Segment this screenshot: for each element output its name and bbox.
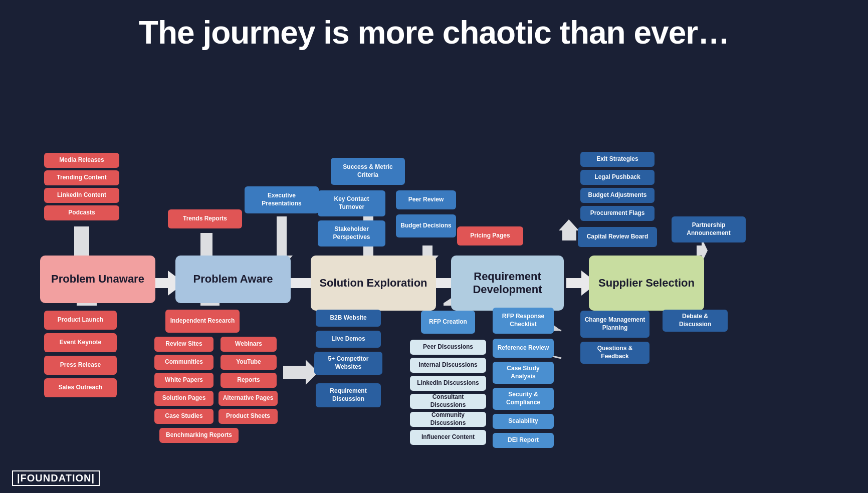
svg-marker-14 xyxy=(559,219,579,240)
card-key-contact: Key Contact Turnover xyxy=(318,190,385,216)
card-scalability: Scalability xyxy=(493,414,554,429)
card-independent-research: Independent Research xyxy=(165,310,240,333)
card-trending-content: Trending Content xyxy=(44,170,119,185)
card-influencer-content: Influencer Content xyxy=(410,430,486,445)
card-community-discussions: Community Discussions xyxy=(410,412,486,427)
card-solution-pages: Solution Pages xyxy=(154,391,213,406)
card-media-releases: Media Releases xyxy=(44,153,119,168)
card-budget-decisions: Budget Decisions xyxy=(396,214,456,237)
stage-requirement-development: Requirement Development xyxy=(451,256,564,311)
stage-problem-unaware: Problem Unaware xyxy=(40,256,155,303)
card-dei-report: DEI Report xyxy=(493,433,554,448)
stage-solution-exploration: Solution Exploration xyxy=(311,256,436,311)
card-debate-discussion: Debate & Discussion xyxy=(663,310,728,332)
card-success-metric: Success & Metric Criteria xyxy=(331,158,405,185)
card-consultant-discussions: Consultant Discussions xyxy=(410,394,486,409)
card-live-demos: Live Demos xyxy=(316,331,381,348)
card-youtube: YouTube xyxy=(221,355,277,370)
card-reports: Reports xyxy=(221,373,277,388)
card-alternative-pages: Alternative Pages xyxy=(219,391,278,406)
card-reference-review: Reference Review xyxy=(493,339,554,358)
card-budget-adjustments: Budget Adjustments xyxy=(580,188,655,203)
card-product-launch: Product Launch xyxy=(44,311,117,330)
card-review-sites: Review Sites xyxy=(154,337,213,352)
card-sales-outreach: Sales Outreach xyxy=(44,378,117,397)
card-podcasts: Podcasts xyxy=(44,205,119,220)
title: The journey is more chaotic than ever… xyxy=(0,0,868,60)
card-exit-strategies: Exit Strategies xyxy=(580,152,655,167)
card-questions-feedback: Questions & Feedback xyxy=(580,342,649,364)
card-legal-pushback: Legal Pushback xyxy=(580,170,655,185)
card-benchmarking-reports: Benchmarking Reports xyxy=(159,428,239,443)
card-case-study-analysis: Case Study Analysis xyxy=(493,362,554,384)
card-product-sheets: Product Sheets xyxy=(219,409,278,424)
card-communities: Communities xyxy=(154,355,213,370)
card-pricing-pages: Pricing Pages xyxy=(457,226,523,245)
card-executive-presentations: Executive Presentations xyxy=(245,186,319,213)
card-procurement-flags: Procurement Flags xyxy=(580,206,655,221)
card-linkedin-content: LinkedIn Content xyxy=(44,188,119,203)
card-rfp-response-checklist: RFP Response Checklist xyxy=(493,308,554,334)
card-rfp-creation: RFP Creation xyxy=(421,311,475,334)
card-case-studies: Case Studies xyxy=(154,409,213,424)
svg-marker-16 xyxy=(283,360,318,385)
card-webinars: Webinars xyxy=(221,337,277,352)
diagram: Problem Unaware Problem Aware Solution E… xyxy=(0,60,868,481)
card-stakeholder: Stakeholder Perspectives xyxy=(318,220,385,246)
card-partnership-announcement: Partnership Announcement xyxy=(672,216,746,242)
card-competitor-websites: 5+ Competitor Websites xyxy=(314,352,382,375)
logo: |FOUNDATION| xyxy=(12,470,100,486)
card-change-management: Change Management Planning xyxy=(580,311,649,338)
card-peer-review: Peer Review xyxy=(396,190,456,209)
card-linkedin-discussions: LinkedIn Discussions xyxy=(410,376,486,391)
card-internal-discussions: Internal Discussions xyxy=(410,358,486,373)
card-security-compliance: Security & Compliance xyxy=(493,388,554,410)
stage-supplier-selection: Supplier Selection xyxy=(589,256,704,311)
card-requirement-discussion: Requirement Discussion xyxy=(316,383,381,407)
card-event-keynote: Event Keynote xyxy=(44,333,117,352)
card-white-papers: White Papers xyxy=(154,373,213,388)
card-b2b-website: B2B Website xyxy=(316,310,381,327)
card-trends-reports: Trends Reports xyxy=(168,209,242,228)
card-capital-review-board: Capital Review Board xyxy=(578,227,657,247)
stage-problem-aware: Problem Aware xyxy=(175,256,291,303)
card-press-release: Press Release xyxy=(44,356,117,375)
card-peer-discussions: Peer Discussions xyxy=(410,340,486,355)
